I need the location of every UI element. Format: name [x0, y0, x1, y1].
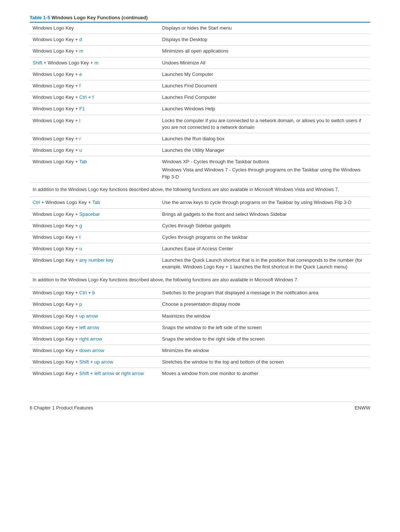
table-row: Ctrl + Windows Logo Key + Tab Use the ar…: [30, 197, 370, 208]
key-cell: Windows Logo Key + p: [30, 299, 159, 310]
blue-key: f: [92, 94, 94, 100]
desc-cell: Cycles through programs on the taskbar: [159, 231, 370, 243]
blue-key: e: [79, 71, 82, 77]
key-cell: Windows Logo Key + m: [30, 46, 159, 57]
key-cell: Windows Logo Key + left arrow: [30, 322, 159, 333]
table-row: Windows Logo Key + any number key Launch…: [30, 255, 370, 273]
desc-cell: Launches Find Computer: [159, 92, 370, 103]
blue-key: l: [79, 118, 80, 123]
key-cell: Windows Logo Key + down arrow: [30, 345, 159, 357]
blue-key: g: [79, 223, 82, 228]
blue-key: left arrow: [94, 371, 114, 376]
key-cell: Windows Logo Key + up arrow: [30, 310, 159, 322]
table-row: Windows Logo Key + Ctrl + f Launches Fin…: [30, 92, 370, 103]
table-row: Shift + Windows Logo Key + m Undoes Mini…: [30, 57, 370, 68]
key-cell: Windows Logo Key + r: [30, 133, 159, 144]
key-cell: Windows Logo Key + F1: [30, 103, 159, 115]
table-row: Windows Logo Key + r Launches the Run di…: [30, 133, 370, 144]
key-cell: Windows Logo Key + any number key: [30, 255, 159, 273]
desc-cell: Stretches the window to the top and bott…: [159, 357, 370, 368]
blue-key: right arrow: [79, 336, 102, 342]
desc-cell: Displays the Desktop: [159, 34, 370, 46]
footer-right: ENWW: [354, 405, 370, 411]
blue-key: Tab: [92, 200, 100, 205]
key-cell: Windows Logo Key + d: [30, 34, 159, 46]
desc-cell: Windows XP - Cycles through the Taskbar …: [159, 156, 370, 183]
desc-cell: Snaps the window to the left side of the…: [159, 322, 370, 333]
key-cell: Windows Logo Key: [30, 23, 159, 34]
blue-key: m: [94, 60, 99, 66]
key-cell: Windows Logo Key + e: [30, 68, 159, 80]
table-row: Windows Logo Key + p Choose a presentati…: [30, 299, 370, 310]
blue-key: Ctrl: [79, 290, 87, 295]
blue-key: m: [79, 48, 83, 54]
blue-key: t: [79, 234, 81, 240]
desc-cell: Minimizes all open applications: [159, 46, 370, 57]
note-row: In addition to the Windows Logo Key func…: [30, 183, 370, 197]
footer-left: 6 Chapter 1 Product Features: [30, 405, 93, 411]
desc-cell: Cycles through Sidebar gadgets: [159, 220, 370, 231]
key-cell: Windows Logo Key + Ctrl + f: [30, 92, 159, 103]
table-row: Windows Logo Key + t Cycles through prog…: [30, 231, 370, 243]
desc-line: Windows XP - Cycles through the Taskbar …: [162, 158, 367, 165]
blue-key: Spacebar: [79, 211, 100, 217]
key-cell: Windows Logo Key + t: [30, 231, 159, 243]
key-cell: Windows Logo Key + Tab: [30, 156, 159, 183]
table-row: Windows Logo Key + Shift + up arrow Stre…: [30, 357, 370, 368]
key-cell: Windows Logo Key + Shift + up arrow: [30, 357, 159, 368]
key-cell: Ctrl + Windows Logo Key + Tab: [30, 197, 159, 208]
desc-cell: Brings all gadgets to the front and sele…: [159, 208, 370, 220]
table-row: Windows Logo Key + down arrow Minimizes …: [30, 345, 370, 357]
desc-cell: Launches Ease of Access Center: [159, 243, 370, 255]
key-cell: Shift + Windows Logo Key + m: [30, 57, 159, 68]
key-cell: Windows Logo Key + l: [30, 115, 159, 133]
table-row: Windows Logo Key + right arrow Snaps the…: [30, 333, 370, 345]
blue-key: Shift: [79, 371, 89, 376]
table-row: Windows Logo Key + Tab Windows XP - Cycl…: [30, 156, 370, 183]
desc-cell: Launches Windows Help: [159, 103, 370, 115]
key-cell: Windows Logo Key + right arrow: [30, 333, 159, 345]
blue-key: up arrow: [79, 313, 98, 319]
key-cell: Windows Logo Key + Spacebar: [30, 208, 159, 220]
table-row: Windows Logo Key + Ctrl + b Switches to …: [30, 287, 370, 299]
desc-cell: Launches the Utility Manager: [159, 145, 370, 156]
note-cell: In addition to the Windows Logo Key func…: [30, 273, 370, 287]
table-row: Windows Logo Key + Shift + left arrow or…: [30, 368, 370, 379]
key-cell: Windows Logo Key + u: [30, 145, 159, 156]
desc-cell: Switches to the program that displayed a…: [159, 287, 370, 299]
table-row: Windows Logo Key + e Launches My Compute…: [30, 68, 370, 80]
table-row: Windows Logo Key + m Minimizes all open …: [30, 46, 370, 57]
table-row: Windows Logo Key + F1 Launches Windows H…: [30, 103, 370, 115]
blue-key: right arrow: [121, 371, 144, 376]
key-cell: Windows Logo Key + Ctrl + b: [30, 287, 159, 299]
blue-key: up arrow: [94, 359, 113, 365]
key-cell: Windows Logo Key + u: [30, 243, 159, 255]
table-title-row: Table 1-5 Windows Logo Key Functions (co…: [30, 15, 370, 23]
blue-key: b: [92, 290, 95, 295]
blue-key: F1: [79, 106, 85, 111]
desc-cell: Undoes Minimize All: [159, 57, 370, 68]
desc-cell: Locks the computer if you are connected …: [159, 115, 370, 133]
key-cell: Windows Logo Key + Shift + left arrow or…: [30, 368, 159, 379]
table-row: Windows Logo Key + f Launches Find Docum…: [30, 80, 370, 91]
blue-key: Tab: [79, 159, 87, 164]
desc-cell: Maximizes the window: [159, 310, 370, 322]
table-title: Table 1-5: [30, 15, 50, 20]
blue-key: u: [79, 147, 82, 153]
key-cell: Windows Logo Key + f: [30, 80, 159, 91]
table-row: Windows Logo Key + g Cycles through Side…: [30, 220, 370, 231]
key-cell: Windows Logo Key + g: [30, 220, 159, 231]
note-row: In addition to the Windows Logo Key func…: [30, 273, 370, 287]
desc-cell: Launches Find Document: [159, 80, 370, 91]
blue-key: any number key: [79, 257, 114, 263]
page-container: Table 1-5 Windows Logo Key Functions (co…: [30, 15, 370, 411]
footer: 6 Chapter 1 Product Features ENWW: [30, 402, 370, 411]
table-row: Windows Logo Key + Spacebar Brings all g…: [30, 208, 370, 220]
blue-key: Ctrl: [33, 200, 40, 205]
table-row: Windows Logo Key + u Launches Ease of Ac…: [30, 243, 370, 255]
blue-key: p: [79, 301, 82, 307]
desc-cell: Snaps the window to the right side of th…: [159, 333, 370, 345]
blue-key: u: [79, 246, 82, 251]
desc-cell: Launches My Computer: [159, 68, 370, 80]
table-title-label: Windows Logo Key Functions (continued): [50, 15, 147, 20]
